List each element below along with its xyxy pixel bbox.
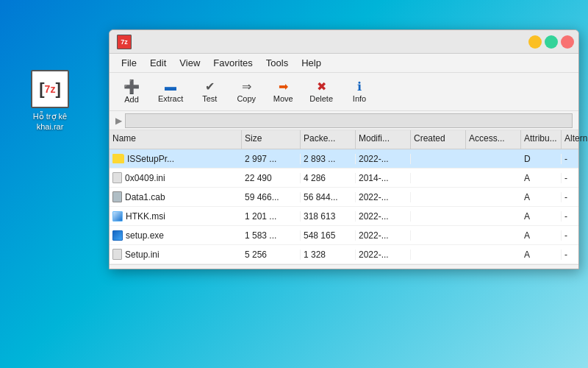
ini-icon bbox=[112, 249, 122, 260]
file-name: HTKK.msi bbox=[126, 211, 165, 222]
title-bar: 7z bbox=[110, 30, 578, 54]
table-row[interactable]: ISSetupPr...2 997 ...2 893 ...2022-...D-… bbox=[110, 149, 578, 169]
move-label: Move bbox=[273, 94, 293, 103]
file-modified: 2022-... bbox=[356, 250, 411, 260]
add-button[interactable]: ➕ Add bbox=[115, 77, 148, 107]
close-button[interactable] bbox=[561, 35, 574, 49]
file-name: 0x0409.ini bbox=[125, 173, 165, 183]
table-row[interactable]: setup.exe1 583 ...548 1652022-...A-- bbox=[110, 226, 578, 245]
extract-button[interactable]: ▬ Extract bbox=[152, 78, 189, 106]
extract-label: Extract bbox=[158, 94, 183, 103]
col-attrib[interactable]: Attribu... bbox=[521, 130, 562, 149]
col-created[interactable]: Created bbox=[411, 130, 466, 149]
file-altern: - bbox=[562, 192, 578, 202]
menu-view[interactable]: View bbox=[173, 56, 206, 70]
file-name-cell: HTKK.msi bbox=[110, 211, 242, 222]
file-attrib: A bbox=[521, 230, 562, 241]
copy-label: Copy bbox=[237, 94, 256, 103]
file-packed: 56 844... bbox=[301, 192, 356, 202]
cab-icon bbox=[112, 191, 122, 202]
file-packed: 1 328 bbox=[301, 250, 356, 260]
file-name-cell: setup.exe bbox=[110, 230, 242, 241]
table-row[interactable]: Data1.cab59 466...56 844...2022-...A-- bbox=[110, 188, 578, 207]
file-packed: 4 286 bbox=[301, 173, 356, 183]
test-button[interactable]: ✔ Test bbox=[193, 78, 226, 106]
file-attrib: A bbox=[521, 173, 562, 183]
move-icon: ➡ bbox=[279, 81, 288, 93]
menu-file[interactable]: File bbox=[115, 56, 143, 70]
folder-icon bbox=[112, 154, 124, 163]
file-altern: - bbox=[562, 154, 578, 164]
menu-tools[interactable]: Tools bbox=[260, 56, 294, 70]
file-list: ISSetupPr...2 997 ...2 893 ...2022-...D-… bbox=[110, 149, 578, 264]
7z-icon: [ 7z ] bbox=[31, 70, 69, 108]
file-size: 1 201 ... bbox=[242, 211, 301, 222]
col-altern[interactable]: Altern... bbox=[562, 130, 588, 149]
file-name: Data1.cab bbox=[125, 192, 165, 202]
address-input[interactable] bbox=[125, 113, 573, 128]
add-label: Add bbox=[124, 95, 139, 104]
info-button[interactable]: ℹ Info bbox=[343, 78, 376, 106]
test-label: Test bbox=[202, 94, 217, 103]
file-size: 22 490 bbox=[242, 173, 301, 183]
file-modified: 2014-... bbox=[356, 173, 411, 183]
desktop-icon-label: Hỗ trợ kê khai.rar bbox=[21, 111, 79, 132]
file-name: Setup.ini bbox=[125, 250, 159, 260]
status-bar bbox=[110, 264, 578, 269]
col-name[interactable]: Name bbox=[110, 130, 242, 149]
info-icon: ℹ bbox=[357, 81, 362, 93]
msi-icon bbox=[112, 211, 123, 222]
file-size: 2 997 ... bbox=[242, 154, 301, 164]
file-name-cell: Setup.ini bbox=[110, 249, 242, 260]
7zip-window: 7z File Edit View Favorites Tools Help ➕… bbox=[109, 29, 579, 269]
col-size[interactable]: Size bbox=[242, 130, 301, 149]
copy-icon: ⇒ bbox=[242, 81, 251, 93]
col-accessed[interactable]: Access... bbox=[466, 130, 521, 149]
file-size: 5 256 bbox=[242, 250, 301, 260]
minimize-button[interactable] bbox=[528, 35, 542, 49]
ini-icon bbox=[112, 172, 122, 183]
address-bar: ▶ bbox=[110, 111, 578, 130]
file-attrib: A bbox=[521, 250, 562, 260]
file-name: ISSetupPr... bbox=[127, 154, 174, 164]
file-altern: - bbox=[562, 250, 578, 260]
file-name: setup.exe bbox=[126, 230, 164, 241]
toolbar: ➕ Add ▬ Extract ✔ Test ⇒ Copy ➡ Move ✖ D… bbox=[110, 73, 578, 111]
file-altern: - bbox=[562, 173, 578, 183]
add-icon: ➕ bbox=[123, 80, 140, 93]
file-list-header: Name Size Packe... Modifi... Created Acc… bbox=[110, 130, 578, 149]
file-size: 59 466... bbox=[242, 192, 301, 202]
delete-button[interactable]: ✖ Delete bbox=[304, 78, 339, 106]
info-label: Info bbox=[353, 94, 366, 103]
menu-edit[interactable]: Edit bbox=[144, 56, 172, 70]
file-modified: 2022-... bbox=[356, 154, 411, 164]
move-button[interactable]: ➡ Move bbox=[267, 78, 299, 106]
file-altern: - bbox=[562, 230, 578, 241]
file-packed: 318 613 bbox=[301, 211, 356, 222]
title-bar-logo: 7z bbox=[117, 35, 132, 49]
col-modified[interactable]: Modifi... bbox=[356, 130, 411, 149]
test-icon: ✔ bbox=[205, 81, 215, 93]
table-row[interactable]: Setup.ini5 2561 3282022-...A-- bbox=[110, 245, 578, 264]
table-row[interactable]: 0x0409.ini22 4904 2862014-...A-- bbox=[110, 169, 578, 188]
delete-label: Delete bbox=[309, 94, 333, 103]
file-packed: 2 893 ... bbox=[301, 154, 356, 164]
menu-favorites[interactable]: Favorites bbox=[207, 56, 258, 70]
file-attrib: A bbox=[521, 211, 562, 222]
file-size: 1 583 ... bbox=[242, 230, 301, 241]
menu-help[interactable]: Help bbox=[295, 56, 327, 70]
exe-icon bbox=[112, 230, 123, 241]
desktop-icon[interactable]: [ 7z ] Hỗ trợ kê khai.rar bbox=[21, 70, 79, 132]
file-name-cell: ISSetupPr... bbox=[110, 154, 242, 164]
file-altern: - bbox=[562, 211, 578, 222]
file-packed: 548 165 bbox=[301, 230, 356, 241]
file-attrib: D bbox=[521, 154, 562, 164]
table-row[interactable]: HTKK.msi1 201 ...318 6132022-...A-- bbox=[110, 207, 578, 226]
file-name-cell: 0x0409.ini bbox=[110, 172, 242, 183]
window-controls bbox=[528, 35, 574, 49]
file-name-cell: Data1.cab bbox=[110, 191, 242, 202]
col-packed[interactable]: Packe... bbox=[301, 130, 356, 149]
delete-icon: ✖ bbox=[317, 81, 326, 93]
maximize-button[interactable] bbox=[545, 35, 558, 49]
copy-button[interactable]: ⇒ Copy bbox=[230, 78, 262, 106]
